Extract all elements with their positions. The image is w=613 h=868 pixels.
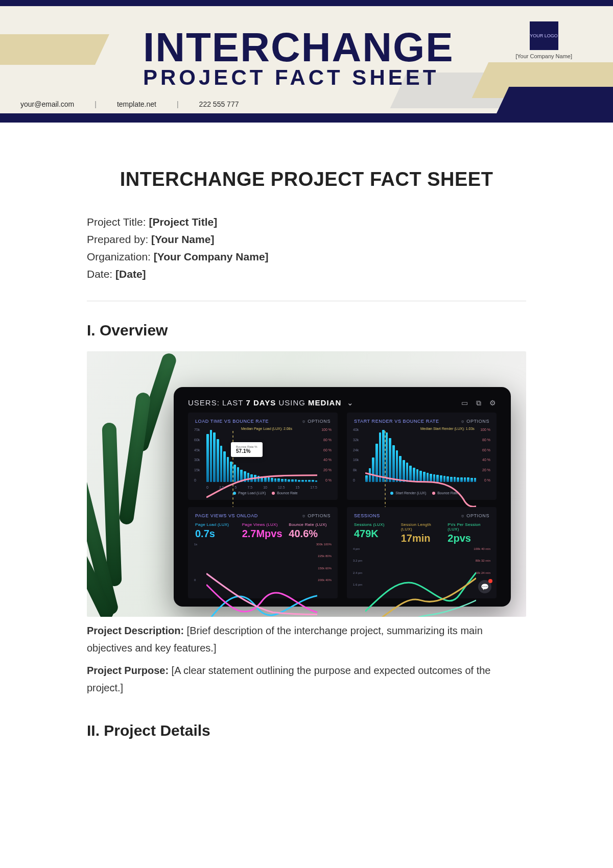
y-axis-right: 100 %80 %60 %40 %20 %0 % (321, 428, 332, 482)
project-purpose: Project Purpose: [A clear statement outl… (87, 662, 526, 696)
heading-overview: I. Overview (87, 322, 526, 339)
monitor-icon: ▭ (461, 399, 468, 407)
dashboard-header: USERS: LAST 7 DAYS USING MEDIAN ⌄ ▭ ⧉ ⚙ (188, 398, 497, 407)
dashboard-title: USERS: LAST 7 DAYS USING MEDIAN (188, 398, 341, 407)
heading-details: II. Project Details (87, 722, 526, 739)
decor-shape (492, 87, 613, 123)
laptop-screen: USERS: LAST 7 DAYS USING MEDIAN ⌄ ▭ ⧉ ⚙ … (174, 387, 511, 607)
mini-chart: 1s0 300k 100%225k 80%150k 60%200k 40% (195, 543, 331, 589)
logo-placeholder: YOUR LOGO (530, 21, 558, 50)
metric-row: Page Load (LUX)0.7sPage Views (LUX)2.7Mp… (195, 522, 331, 540)
x-axis: 02.557.51012.51517.5 (206, 486, 317, 489)
header-banner: INTERCHANGE PROJECT FACT SHEET YOUR LOGO… (0, 0, 613, 123)
panel-page-views: PAGE VIEWS VS ONLOAD ☼ OPTIONS Page Load… (188, 507, 338, 598)
chevron-down-icon: ⌄ (347, 398, 354, 407)
page-title: INTERCHANGE PROJECT FACT SHEET (87, 168, 526, 190)
chat-icon: 💬 (478, 580, 491, 593)
separator: | (95, 100, 97, 108)
copy-icon: ⧉ (476, 399, 482, 407)
banner-title: INTERCHANGE PROJECT FACT SHEET (143, 29, 454, 87)
panel-options: ☼ OPTIONS (460, 513, 489, 518)
meta-prepared-by: Prepared by: [Your Name] (87, 233, 526, 246)
chart-legend: Start Render (LUX) Bounce Rate (354, 491, 489, 495)
panel-title: LOAD TIME VS BOUNCE RATE (195, 419, 269, 424)
chart-start-render: Median Start Render (LUX): 1.03s 40k32k2… (354, 428, 489, 489)
meta-organization: Organization: [Your Company Name] (87, 251, 526, 263)
banner-title-line2: PROJECT FACT SHEET (143, 68, 454, 87)
y-axis-left: 75k60k45k30k15k0 (194, 428, 200, 482)
overview-image: USERS: LAST 7 DAYS USING MEDIAN ⌄ ▭ ⧉ ⚙ … (87, 351, 526, 617)
decor-shape (0, 34, 109, 65)
divider (87, 301, 526, 301)
panel-title: PAGE VIEWS VS ONLOAD (195, 513, 258, 518)
contact-strip: your@email.com | template.net | 222 555 … (20, 100, 239, 108)
panel-title: START RENDER VS BOUNCE RATE (354, 419, 439, 424)
chart-load-time: Median Page Load (LUX): 2.08s 75k60k45k3… (195, 428, 331, 489)
contact-email: your@email.com (20, 100, 74, 108)
meta-date: Date: [Date] (87, 268, 526, 280)
logo-caption: [Your Company Name] (515, 53, 572, 59)
panel-options: ☼ OPTIONS (301, 419, 331, 424)
metric-row: Sessions (LUX)479KSession Length (LUX)17… (354, 522, 489, 544)
banner-title-line1: INTERCHANGE (143, 29, 454, 66)
chart-tooltip: Bounce Rate % 57.1% (231, 442, 263, 457)
contact-site: template.net (117, 100, 156, 108)
panel-start-render: START RENDER VS BOUNCE RATE ☼ OPTIONS Me… (347, 413, 497, 500)
panel-options: ☼ OPTIONS (301, 513, 331, 518)
mini-chart: 4 pm3.2 pm2.4 pm1.6 pm 100k 40 min80k 32… (354, 547, 489, 593)
bar-series (365, 430, 476, 482)
panel-sessions: SESSIONS ☼ OPTIONS Sessions (LUX)479KSes… (347, 507, 497, 598)
panel-load-time: LOAD TIME VS BOUNCE RATE ☼ OPTIONS Media… (188, 413, 338, 500)
logo-block: YOUR LOGO [Your Company Name] (515, 21, 572, 59)
y-axis-left: 40k32k24k16k8k0 (353, 428, 359, 482)
contact-phone: 222 555 777 (199, 100, 239, 108)
document-body: INTERCHANGE PROJECT FACT SHEET Project T… (0, 123, 613, 772)
settings-icon: ⚙ (489, 399, 497, 407)
panel-title: SESSIONS (354, 513, 380, 518)
project-description: Project Description: [Brief description … (87, 622, 526, 657)
chart-legend: Page Load (LUX) Bounce Rate (195, 491, 331, 495)
dashboard-header-icons: ▭ ⧉ ⚙ (456, 398, 497, 407)
panel-options: ☼ OPTIONS (460, 419, 489, 424)
separator: | (177, 100, 179, 108)
meta-project-title: Project Title: [Project Title] (87, 216, 526, 228)
y-axis-right: 100 %80 %60 %40 %20 %0 % (480, 428, 490, 482)
